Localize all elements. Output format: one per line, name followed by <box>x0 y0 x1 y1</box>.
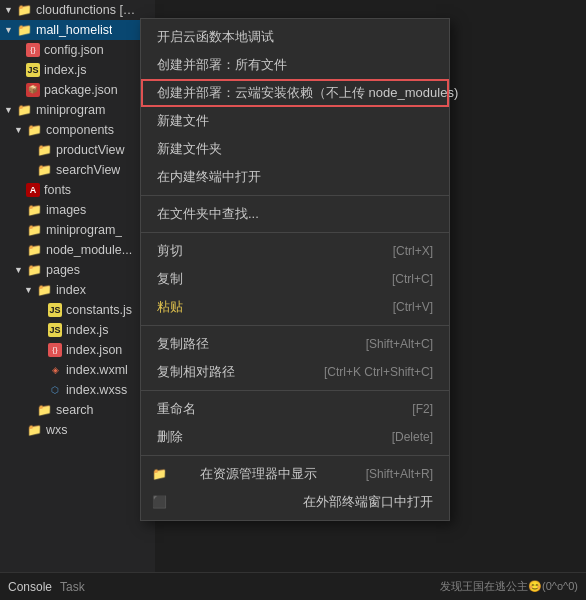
tree-label: images <box>46 200 86 220</box>
menu-item-rename[interactable]: 重命名[F2] <box>141 395 449 423</box>
menu-label: 复制路径 <box>157 335 209 353</box>
menu-item-open-external-terminal[interactable]: ⬛在外部终端窗口中打开 <box>141 488 449 516</box>
task-tab[interactable]: Task <box>60 580 85 594</box>
tree-item-wxs[interactable]: 📁wxs <box>0 420 155 440</box>
menu-shortcut: [Ctrl+X] <box>393 244 433 258</box>
tree-label: package.json <box>44 80 118 100</box>
console-tab[interactable]: Console <box>8 580 52 594</box>
menu-shortcut: [Ctrl+C] <box>392 272 433 286</box>
menu-icon: ⬛ <box>149 495 169 509</box>
tree-item-search[interactable]: 📁search <box>0 400 155 420</box>
menu-item-paste[interactable]: 粘贴[Ctrl+V] <box>141 293 449 321</box>
menu-item-cut[interactable]: 剪切[Ctrl+X] <box>141 237 449 265</box>
menu-shortcut: [Delete] <box>392 430 433 444</box>
tree-item-miniprogram_[interactable]: 📁miniprogram_ <box>0 220 155 240</box>
menu-shortcut: [Shift+Alt+C] <box>366 337 433 351</box>
menu-item-copy-rel-path[interactable]: 复制相对路径[Ctrl+K Ctrl+Shift+C] <box>141 358 449 386</box>
menu-separator <box>141 390 449 391</box>
menu-label: 粘贴 <box>157 298 183 316</box>
tree-arrow: ▼ <box>14 120 26 140</box>
tree-item-index.wxss[interactable]: ⬡index.wxss <box>0 380 155 400</box>
tree-label: constants.js <box>66 300 132 320</box>
tree-item-index.js2[interactable]: JSindex.js <box>0 320 155 340</box>
tree-item-images[interactable]: 📁images <box>0 200 155 220</box>
file-tree: ▼📁cloudfunctions [云函...]▼📁mall_homelist{… <box>0 0 155 600</box>
tree-label: index.json <box>66 340 122 360</box>
menu-item-copy[interactable]: 复制[Ctrl+C] <box>141 265 449 293</box>
tree-item-pages[interactable]: ▼📁pages <box>0 260 155 280</box>
tree-label: index.js <box>66 320 108 340</box>
menu-label: 复制相对路径 <box>157 363 235 381</box>
menu-label: 复制 <box>157 270 183 288</box>
tree-item-constants.js[interactable]: JSconstants.js <box>0 300 155 320</box>
tree-label: searchView <box>56 160 120 180</box>
tree-item-index.js[interactable]: JSindex.js <box>0 60 155 80</box>
menu-label: 创建并部署：云端安装依赖（不上传 node_modules) <box>157 84 458 102</box>
tree-label: miniprogram <box>36 100 105 120</box>
menu-label: 在内建终端中打开 <box>157 168 261 186</box>
tree-item-cloudfunctions[interactable]: ▼📁cloudfunctions [云函...] <box>0 0 155 20</box>
tree-arrow: ▼ <box>14 260 26 280</box>
menu-item-copy-path[interactable]: 复制路径[Shift+Alt+C] <box>141 330 449 358</box>
tree-label: node_module... <box>46 240 132 260</box>
tree-label: index <box>56 280 86 300</box>
tree-label: index.js <box>44 60 86 80</box>
menu-label: 在外部终端窗口中打开 <box>303 493 433 511</box>
menu-shortcut: [Ctrl+V] <box>393 300 433 314</box>
tree-item-searchView[interactable]: 📁searchView <box>0 160 155 180</box>
tree-item-components[interactable]: ▼📁components <box>0 120 155 140</box>
tree-label: miniprogram_ <box>46 220 122 240</box>
context-menu: 开启云函数本地调试创建并部署：所有文件创建并部署：云端安装依赖（不上传 node… <box>140 18 450 521</box>
tree-label: search <box>56 400 94 420</box>
menu-item-delete[interactable]: 删除[Delete] <box>141 423 449 451</box>
menu-label: 剪切 <box>157 242 183 260</box>
tree-item-mall_homelist[interactable]: ▼📁mall_homelist <box>0 20 155 40</box>
tree-label: index.wxml <box>66 360 128 380</box>
menu-shortcut: [F2] <box>412 402 433 416</box>
menu-label: 重命名 <box>157 400 196 418</box>
menu-item-new-folder[interactable]: 新建文件夹 <box>141 135 449 163</box>
menu-label: 删除 <box>157 428 183 446</box>
tree-item-node_module[interactable]: 📁node_module... <box>0 240 155 260</box>
tree-item-index.wxml[interactable]: ◈index.wxml <box>0 360 155 380</box>
menu-separator <box>141 325 449 326</box>
tree-arrow: ▼ <box>24 280 36 300</box>
tree-label: cloudfunctions [云函...] <box>36 0 136 20</box>
tree-label: pages <box>46 260 80 280</box>
tree-label: config.json <box>44 40 104 60</box>
menu-item-deploy-cloud[interactable]: 创建并部署：云端安装依赖（不上传 node_modules) <box>141 79 449 107</box>
tree-label: mall_homelist <box>36 20 112 40</box>
tree-label: wxs <box>46 420 68 440</box>
menu-label: 创建并部署：所有文件 <box>157 56 287 74</box>
tree-label: productView <box>56 140 125 160</box>
tree-item-fonts[interactable]: Afonts <box>0 180 155 200</box>
tree-item-miniprogram[interactable]: ▼📁miniprogram <box>0 100 155 120</box>
tree-label: fonts <box>44 180 71 200</box>
menu-shortcut: [Ctrl+K Ctrl+Shift+C] <box>324 365 433 379</box>
menu-item-find-in-folder[interactable]: 在文件夹中查找... <box>141 200 449 228</box>
menu-separator <box>141 232 449 233</box>
menu-label: 开启云函数本地调试 <box>157 28 274 46</box>
menu-item-show-in-explorer[interactable]: 📁在资源管理器中显示[Shift+Alt+R] <box>141 460 449 488</box>
tree-label: components <box>46 120 114 140</box>
menu-separator <box>141 455 449 456</box>
tree-arrow: ▼ <box>4 100 16 120</box>
tree-item-config.json[interactable]: {}config.json <box>0 40 155 60</box>
tree-arrow: ▼ <box>4 0 16 20</box>
tree-item-package.json[interactable]: 📦package.json <box>0 80 155 100</box>
status-bar: Console Task 发现王国在逃公主😊(0^o^0) <box>0 572 586 600</box>
menu-shortcut: [Shift+Alt+R] <box>366 467 433 481</box>
menu-separator <box>141 195 449 196</box>
notice-text: 发现王国在逃公主😊(0^o^0) <box>440 579 578 594</box>
tree-item-productView[interactable]: 📁productView <box>0 140 155 160</box>
menu-item-open-terminal[interactable]: 在内建终端中打开 <box>141 163 449 191</box>
tree-item-index.json[interactable]: {}index.json <box>0 340 155 360</box>
menu-label: 在资源管理器中显示 <box>200 465 317 483</box>
tree-arrow: ▼ <box>4 20 16 40</box>
menu-item-deploy-all[interactable]: 创建并部署：所有文件 <box>141 51 449 79</box>
menu-item-enable-local-debug[interactable]: 开启云函数本地调试 <box>141 23 449 51</box>
menu-label: 在文件夹中查找... <box>157 205 259 223</box>
menu-item-new-file[interactable]: 新建文件 <box>141 107 449 135</box>
tree-item-index[interactable]: ▼📁index <box>0 280 155 300</box>
menu-label: 新建文件 <box>157 112 209 130</box>
